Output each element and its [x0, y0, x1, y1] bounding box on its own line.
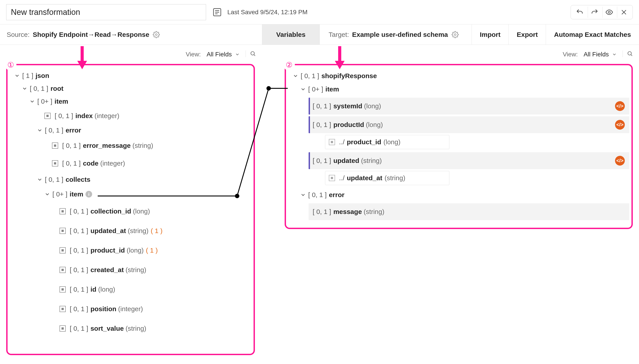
node-name: systemId [333, 102, 362, 110]
svg-point-4 [608, 11, 610, 13]
view-row: View: All Fields View: All Fields [0, 45, 639, 64]
leaf-icon [60, 286, 66, 292]
node-type: (long) [366, 121, 383, 128]
tree-node-json[interactable]: [ 1 ] json [9, 69, 251, 82]
target-field-systemid[interactable]: [ 0, 1 ] systemId (long) </> [309, 98, 629, 114]
tree-leaf-created-at[interactable]: [ 0, 1 ] created_at (string) [9, 260, 251, 280]
script-badge-icon[interactable]: </> [615, 156, 625, 166]
node-name: error [66, 126, 81, 134]
chevron-down-icon [37, 128, 43, 133]
node-name: id [90, 286, 96, 293]
svg-line-10 [254, 54, 255, 56]
cardinality: [ 0, 1 ] [62, 160, 81, 167]
node-name: index [75, 112, 93, 120]
svg-line-12 [631, 54, 632, 56]
target-field-message[interactable]: [ 0, 1 ] message (string) [309, 203, 629, 220]
tree-leaf-position[interactable]: [ 0, 1 ] position (integer) [9, 299, 251, 319]
node-name: error_message [83, 142, 131, 149]
gear-icon[interactable] [452, 31, 459, 38]
chevron-down-icon [45, 191, 50, 197]
target-view-select[interactable]: All Fields [583, 51, 617, 58]
source-search-button[interactable] [246, 50, 256, 58]
description-button[interactable] [212, 7, 222, 17]
transformation-title-input[interactable] [6, 4, 206, 20]
leaf-icon [329, 175, 335, 181]
tree-node-error[interactable]: [ 0, 1 ] error [9, 124, 251, 137]
cardinality: [ 0, 1 ] [45, 126, 63, 134]
node-type: (long) [98, 286, 115, 293]
last-saved-text: Last Saved 9/5/24, 12:19 PM [227, 8, 308, 16]
target-tree: [ 0, 1 ] shopifyResponse [ 0+ ] item [ 0… [287, 69, 629, 220]
gear-icon[interactable] [153, 31, 160, 38]
leaf-icon [60, 208, 66, 214]
tree-node-root[interactable]: [ 0, 1 ] root [9, 82, 251, 95]
cardinality: [ 0, 1 ] [301, 72, 319, 80]
svg-point-9 [251, 52, 254, 55]
tree-leaf-code[interactable]: [ 0, 1 ] code (integer) [9, 154, 251, 172]
target-field-productid[interactable]: [ 0, 1 ] productId (long) </> [309, 116, 629, 133]
mapping-path: ../ [339, 138, 345, 146]
source-panel: ① [ 1 ] json [ 0, 1 ] root [6, 64, 255, 355]
node-type: (string) [126, 325, 146, 332]
view-label: View: [563, 51, 578, 58]
node-name: item [325, 86, 339, 93]
tree-leaf-product-id[interactable]: [ 0, 1 ] product_id (long) ( 1 ) [9, 240, 251, 260]
tree-leaf-error-message[interactable]: [ 0, 1 ] error_message (string) [9, 137, 251, 154]
tree-leaf-id[interactable]: [ 0, 1 ] id (long) [9, 280, 251, 299]
undo-button[interactable] [573, 7, 586, 18]
info-icon[interactable]: i [86, 191, 92, 198]
search-icon [246, 50, 256, 57]
target-field-updated[interactable]: [ 0, 1 ] updated (string) </> [309, 152, 629, 169]
script-badge-icon[interactable]: </> [615, 120, 625, 130]
script-badge-icon[interactable]: </> [615, 101, 625, 111]
variables-tab[interactable]: Variables [262, 24, 320, 44]
search-icon [622, 50, 633, 57]
node-name: collection_id [90, 208, 131, 215]
target-view-value: All Fields [583, 51, 609, 58]
node-type: (string) [361, 157, 382, 164]
mapping-product-id[interactable]: ../ product_id (long) [325, 135, 449, 149]
node-name: code [83, 160, 98, 167]
automap-button[interactable]: Automap Exact Matches [546, 24, 639, 44]
cardinality: [ 1 ] [22, 72, 33, 80]
tree-node-collects-item[interactable]: [ 0+ ] item i [9, 187, 251, 202]
mapping-type: (string) [385, 174, 405, 182]
tree-node-shopify-response[interactable]: [ 0, 1 ] shopifyResponse [287, 69, 629, 82]
leaf-icon [60, 326, 66, 332]
target-search-button[interactable] [622, 50, 633, 58]
import-button[interactable]: Import [472, 24, 508, 44]
tree-leaf-sort-value[interactable]: [ 0, 1 ] sort_value (string) [9, 319, 251, 338]
preview-button[interactable] [602, 7, 616, 18]
leaf-icon [329, 139, 335, 145]
tree-node-error[interactable]: [ 0, 1 ] error [287, 188, 629, 202]
tree-leaf-updated-at[interactable]: [ 0, 1 ] updated_at (string) ( 1 ) [9, 221, 251, 240]
leaf-icon [60, 228, 66, 234]
chevron-down-icon [29, 98, 35, 104]
chevron-down-icon [235, 52, 240, 57]
node-name: item [70, 190, 84, 198]
source-path[interactable]: Shopify Endpoint→Read→Response [33, 31, 149, 38]
redo-button[interactable] [588, 7, 601, 18]
source-view-select[interactable]: All Fields [207, 51, 240, 58]
tree-leaf-collection-id[interactable]: [ 0, 1 ] collection_id (long) [9, 202, 251, 221]
mapping-updated-at[interactable]: ../ updated_at (string) [325, 171, 449, 185]
export-button[interactable]: Export [508, 24, 546, 44]
node-name: json [36, 72, 49, 80]
cardinality: [ 0, 1 ] [70, 246, 88, 254]
svg-point-7 [155, 34, 157, 36]
tree-leaf-index[interactable]: [ 0, 1 ] index (integer) [9, 108, 251, 124]
node-name: message [333, 208, 362, 216]
tree-node-item[interactable]: [ 0+ ] item [287, 82, 629, 96]
tree-node-collects[interactable]: [ 0, 1 ] collects [9, 172, 251, 187]
tree-node-item[interactable]: [ 0+ ] item [9, 95, 251, 108]
source-header: Source: Shopify Endpoint→Read→Response [0, 24, 262, 44]
mapping-name: updated_at [347, 174, 382, 182]
panels-area: ① [ 1 ] json [ 0, 1 ] root [0, 64, 639, 364]
target-path[interactable]: Example user-defined schema [352, 31, 448, 38]
close-button[interactable] [617, 7, 630, 18]
cardinality: [ 0, 1 ] [313, 102, 331, 110]
undo-icon [576, 8, 584, 16]
leaf-icon [45, 113, 51, 119]
node-name: updated_at [90, 227, 126, 234]
node-type: (integer) [95, 112, 120, 120]
